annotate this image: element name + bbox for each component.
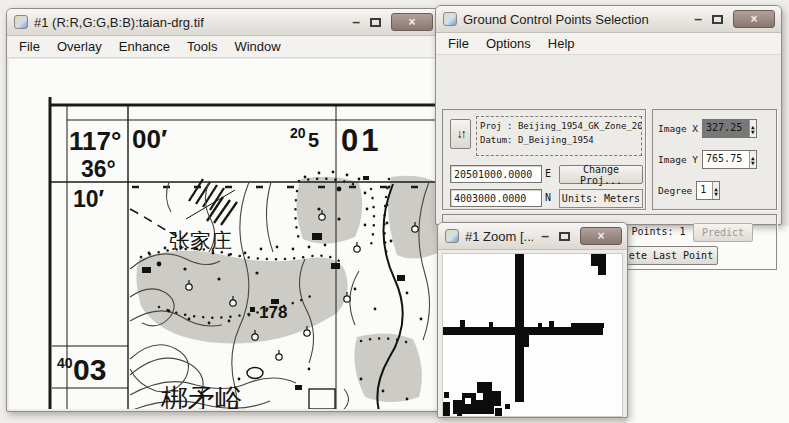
grid-northing-prefix: 40 [57,355,73,371]
latitude-degrees-label: 36° [81,156,116,182]
projection-name: Proj : Beijing_1954_GK_Zone_20 [480,120,638,134]
maximize-button[interactable] [559,227,570,245]
minimize-icon[interactable]: – [694,14,702,24]
app-icon [443,12,457,26]
window-controls: – × [694,10,775,28]
pond-symbol [247,368,263,379]
gcp-dialog-content: ↓↑ Proj : Beijing_1954_GK_Zone_20 Datum:… [436,56,781,224]
enclosure-symbol [309,389,335,409]
swap-coordinates-button[interactable]: ↓↑ [450,119,471,149]
close-icon[interactable]: × [733,10,775,28]
map-window-title: #1 (R:R,G:G,B:B):taian-drg.tif [34,15,344,30]
grid-easting-number: 01 [341,123,381,158]
grid-northing-number: 03 [73,353,106,386]
image-x-spinbox[interactable]: 327.25 ▲ ▼ [702,119,757,138]
projection-group: ↓↑ Proj : Beijing_1954_GK_Zone_20 Datum:… [442,109,646,210]
degree-value: 1 [697,182,712,199]
gcp-dialog-menubar: File Options Help [436,33,781,55]
predict-button[interactable]: Predict [693,223,753,242]
window-controls: – × [541,227,622,245]
maximize-button[interactable] [370,13,381,31]
map-window-titlebar[interactable]: #1 (R:R,G:G,B:B):taian-drg.tif – × [7,9,439,36]
maximize-icon [712,15,723,24]
magnified-gridlines [443,254,606,402]
spot-elevation-label: 178 [259,303,287,322]
zoom-window: #1 Zoom [... – × [437,222,628,418]
spin-down-icon[interactable]: ▼ [751,160,755,165]
degree-label: Degree [658,185,692,196]
longitude-minutes-label: 00′ [132,124,167,154]
menu-item-options[interactable]: Options [486,36,531,51]
menu-item-enhance[interactable]: Enhance [119,39,170,54]
northing-field[interactable]: 4003000.0000 [450,189,542,207]
desktop: #1 (R:R,G:G,B:B):taian-drg.tif – × File … [0,0,789,423]
menu-item-window[interactable]: Window [234,39,280,54]
map-window: #1 (R:R,G:G,B:B):taian-drg.tif – × File … [6,8,440,412]
menu-item-help[interactable]: Help [548,36,575,51]
easting-axis-label: E [545,168,551,179]
grid-easting-prefix: 20 [290,125,306,141]
northing-value: 4003000.0000 [454,193,526,204]
window-controls: – × [352,13,433,31]
spin-down-icon[interactable]: ▼ [714,191,718,196]
close-icon[interactable]: × [391,13,433,31]
change-projection-button[interactable]: Change Proj... [559,165,643,184]
gcp-dialog-title: Ground Control Points Selection [463,12,686,27]
gcp-dialog-titlebar[interactable]: Ground Control Points Selection – × [436,6,781,33]
app-icon [14,15,28,29]
maximize-button[interactable] [712,10,723,28]
datum-name: Datum: D_Beijing_1954 [480,134,638,148]
zoom-magnified-view [443,254,621,417]
menu-item-file[interactable]: File [19,39,40,54]
close-icon[interactable]: × [580,227,622,245]
place-name-north: 张家庄 [169,229,232,252]
image-y-label: Image Y [658,154,698,165]
gcp-dialog: Ground Control Points Selection – × File… [435,5,782,225]
menu-item-tools[interactable]: Tools [187,39,217,54]
zoom-canvas[interactable] [442,253,623,417]
menu-item-overlay[interactable]: Overlay [57,39,102,54]
maximize-icon [559,232,570,241]
latitude-minutes-label: 10′ [73,186,105,212]
image-x-label: Image X [658,123,698,134]
topographic-map: 117° 00′ 36° 10′ 20 5 01 40 03 178 张家庄 梆… [9,59,437,409]
image-y-value: 765.75 [703,151,749,168]
longitude-degrees-label: 117° [69,126,121,156]
map-canvas[interactable]: 117° 00′ 36° 10′ 20 5 01 40 03 178 张家庄 梆… [9,59,437,409]
image-y-spinbox[interactable]: 765.75 ▲ ▼ [702,150,757,169]
zoom-window-title: #1 Zoom [... [465,229,533,244]
image-x-value: 327.25 [703,120,749,137]
app-icon [445,229,459,243]
units-label: Units: Meters [559,189,643,208]
easting-value: 20501000.0000 [454,169,532,180]
easting-field[interactable]: 20501000.0000 [450,165,542,183]
image-coords-group: Image X 327.25 ▲ ▼ Image Y 765.75 [652,109,777,210]
corner-feature [591,254,606,275]
projection-info-box: Proj : Beijing_1954_GK_Zone_20 Datum: D_… [476,116,642,156]
spin-down-icon[interactable]: ▼ [751,129,755,134]
zoom-window-titlebar[interactable]: #1 Zoom [... – × [438,223,627,250]
place-name-south: 梆矛峪 [160,384,242,409]
grid-easting-mid: 5 [308,129,319,151]
degree-spinbox[interactable]: 1 ▲ ▼ [696,181,720,200]
northing-axis-label: N [545,192,551,203]
minimize-icon[interactable]: – [352,17,360,27]
map-window-menubar: File Overlay Enhance Tools Window [7,36,439,58]
minimize-icon[interactable]: – [541,231,549,241]
map-shaded-areas [136,176,437,402]
menu-item-file[interactable]: File [448,36,469,51]
maximize-icon [370,18,381,27]
